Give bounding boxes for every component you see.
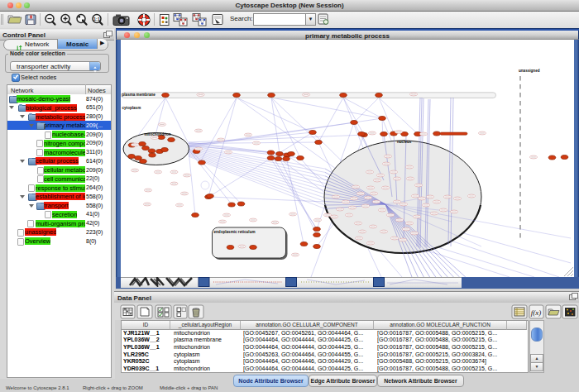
svg-text:endoplasmic reticulum: endoplasmic reticulum	[214, 230, 256, 234]
svg-text:plasma membrane: plasma membrane	[122, 93, 156, 97]
svg-text:mitochondrion: mitochondrion	[145, 132, 171, 136]
svg-text:1:1: 1:1	[93, 17, 100, 22]
svg-text:nucleus: nucleus	[397, 140, 412, 144]
svg-text:cytoplasm: cytoplasm	[122, 106, 141, 110]
svg-text:unassigned: unassigned	[519, 69, 540, 73]
svg-text:f(x): f(x)	[531, 308, 542, 317]
